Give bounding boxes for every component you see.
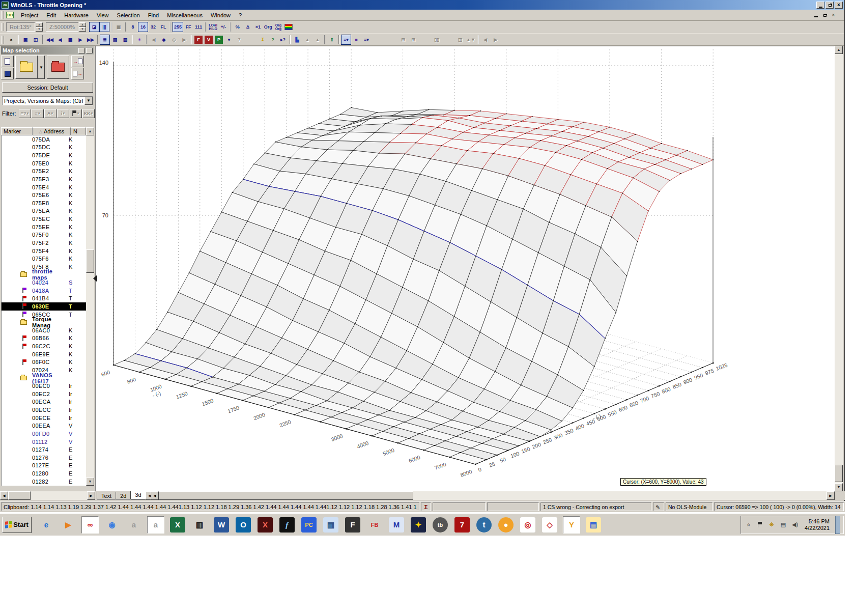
auto-assign-icon[interactable]: ↧ [258, 35, 268, 45]
menu-window[interactable]: Window [207, 11, 235, 20]
map-row[interactable]: 01280E [2, 469, 86, 478]
map-row[interactable]: 0418AT [2, 287, 86, 295]
split-view-icon[interactable]: ◫ [455, 35, 465, 45]
map-row[interactable]: 04024S [2, 278, 86, 287]
context-help-icon[interactable]: ▸? [278, 35, 288, 45]
connection-icon[interactable]: ✶ [134, 35, 145, 45]
map-folder-row[interactable]: VANOS (16/17 [2, 374, 86, 382]
statistics-icon[interactable]: ▙ [292, 35, 302, 45]
arrange-windows-icon[interactable]: ◫ [31, 35, 41, 45]
menu-project[interactable]: Project [17, 11, 42, 20]
child-close-button[interactable]: × [830, 12, 837, 18]
taskbar-space-game-icon[interactable]: ✦ [410, 516, 427, 534]
map-row[interactable]: 06E9EK [2, 350, 86, 358]
taskbar-eprom-chip-icon[interactable]: ▥ [191, 516, 208, 534]
clipboard-sum-icon[interactable]: Σ [421, 502, 431, 511]
taskbar-signature-app-icon[interactable]: ƒ [278, 516, 296, 534]
history-forward-icon[interactable]: ▶ [491, 35, 501, 45]
map-3d-view[interactable]: 1407060080010001250150017502000225030004… [95, 46, 835, 491]
display-decimal-icon[interactable]: 255 [173, 22, 183, 32]
preview-icon[interactable]: ▤ [110, 35, 120, 45]
toolbar-grip-2[interactable] [2, 23, 4, 31]
taskbar-wrench-settings-icon[interactable]: Y [563, 516, 580, 534]
map-row[interactable]: 075F2K [2, 239, 86, 247]
child-minimize-button[interactable] [812, 12, 820, 18]
zoom-spinner[interactable]: Z:50000% ▲▼ [46, 22, 86, 32]
next-map-icon[interactable]: ▶ [75, 35, 86, 45]
map-row[interactable]: 041B4T [2, 295, 86, 303]
map-row[interactable]: 075E3K [2, 175, 86, 183]
help-icon[interactable]: ? [234, 35, 244, 45]
view-2d-icon[interactable]: ◪ [89, 22, 99, 32]
map-folder-row[interactable]: Torque Manag [2, 318, 86, 326]
filter-button-1[interactable]: ≡▾ [32, 109, 44, 118]
new-window-icon[interactable]: ▣ [20, 35, 31, 45]
export-icon[interactable]: ⇑ [327, 35, 337, 45]
chart-scroll-down-icon[interactable]: ▼ [835, 483, 843, 491]
filter-button-5[interactable]: KK▾ [82, 109, 95, 118]
filter-button-3[interactable]: i▾ [57, 109, 69, 118]
rotation-spinner[interactable]: Rot:135° ▲▼ [6, 22, 43, 32]
menu-selection[interactable]: Selection [113, 11, 144, 20]
display-hex-icon[interactable]: FF [183, 22, 193, 32]
taskbar-xee-icon[interactable]: X [256, 516, 274, 534]
value-spin-icon[interactable]: ▲▼ [465, 35, 476, 45]
filter-button-2[interactable]: A▾ [44, 109, 56, 118]
tray-collapse-icon[interactable]: » [744, 521, 752, 529]
chart-scroll-up-icon[interactable]: ▲ [835, 46, 843, 54]
map-row[interactable]: 06C2CK [2, 342, 86, 350]
panel-vertical-scrollbar[interactable]: ▲ ▼ [86, 127, 94, 486]
taskbar-pc-tool-icon[interactable]: PC [300, 516, 318, 534]
column-address[interactable]: △ Address [33, 127, 71, 135]
tray-flag-icon[interactable] [756, 521, 764, 529]
map-row[interactable]: 01276E [2, 454, 86, 462]
chart-scroll-right-icon[interactable]: ▶ [826, 491, 835, 500]
panel-horizontal-scrollbar[interactable]: ◀ ▶ [0, 491, 95, 500]
tab-3d[interactable]: 3d [130, 491, 146, 500]
bits-16-icon[interactable]: 16 [138, 22, 148, 32]
percent-icon[interactable]: % [233, 22, 243, 32]
open-project-dropdown[interactable]: ▼ [38, 55, 45, 79]
panel-scroll-right-icon[interactable]: ▶ [87, 491, 95, 500]
child-window-icon[interactable]: 101 [6, 12, 14, 18]
start-button[interactable]: Start [2, 517, 32, 533]
tab-text[interactable]: Text [97, 492, 116, 500]
save-project-button[interactable] [1, 68, 14, 79]
export-page-button[interactable]: → [71, 68, 84, 79]
panel-close-button[interactable] [86, 48, 93, 53]
delta-icon[interactable]: Δ [243, 22, 253, 32]
taskbar-outlook-icon[interactable]: O [235, 516, 252, 534]
history-back-icon[interactable]: ◀ [480, 35, 491, 45]
taskbar-msc-cubes-icon[interactable]: M [388, 516, 405, 534]
precision-icon[interactable]: P [215, 36, 223, 44]
title-bar[interactable]: ∞ WinOLS - Throttle Opening * × [0, 0, 844, 10]
menu-find[interactable]: Find [144, 11, 163, 20]
scroll-down-icon[interactable]: ▼ [86, 478, 94, 486]
map-3d-small-icon[interactable]: ▲ [312, 35, 323, 45]
child-restore-button[interactable] [821, 12, 829, 18]
taskbar-seven-app-icon[interactable]: 7 [453, 516, 471, 534]
map-row[interactable]: 075E4K [2, 183, 86, 191]
chart-scroll-left-icon[interactable]: ◀ [151, 491, 159, 500]
map-row[interactable]: 06AC0K [2, 326, 86, 334]
factors-icon[interactable]: F [194, 36, 203, 44]
fvp-dropdown-icon[interactable]: ▾ [224, 35, 234, 45]
map-row[interactable]: 075F6K [2, 255, 86, 263]
map-row[interactable]: 075EEK [2, 223, 86, 231]
view-selector-arrow-icon[interactable]: ▼ [84, 97, 93, 105]
map-row[interactable]: 075DAK [2, 135, 86, 144]
bits-32-icon[interactable]: 32 [148, 22, 158, 32]
column-name[interactable]: N [71, 127, 86, 135]
grid-icon[interactable]: ▦ [113, 22, 124, 32]
org-org-icon[interactable]: OrgOrg [273, 22, 283, 32]
panel-splitter-arrow-icon[interactable] [93, 275, 97, 282]
window-list-icon[interactable]: ≡▾ [341, 35, 351, 45]
map-row[interactable]: 00EC0Ir [2, 382, 86, 390]
taskbar-media-player-icon[interactable]: ▶ [60, 516, 77, 534]
values-icon[interactable]: V [205, 36, 213, 44]
map-row[interactable]: 075DCK [2, 144, 86, 152]
taskbar-etas-inca-2-icon[interactable]: a [147, 516, 164, 534]
restore-button[interactable] [825, 2, 834, 9]
map-row[interactable]: 075DEK [2, 151, 86, 159]
taskbar-etas-inca-icon[interactable]: a [125, 516, 142, 534]
